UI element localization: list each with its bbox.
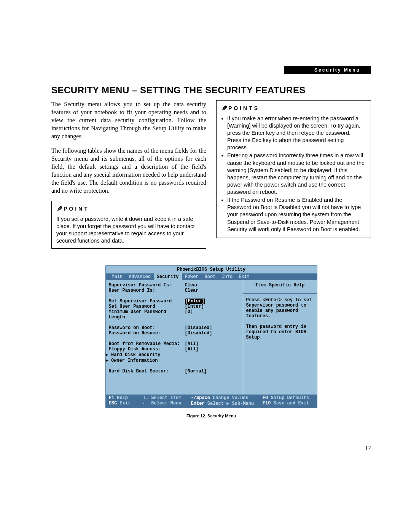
page-number: 17 <box>51 445 371 452</box>
bios-field-value: [All] <box>185 341 240 347</box>
point-label: POINT <box>64 205 89 212</box>
point-box-multi: ✎ POINTS If you make an error when re-en… <box>216 100 371 238</box>
bios-footer: F1 Help↑↓ Select Item-/Space Change Valu… <box>106 395 317 408</box>
bios-footer-item: F10 Save and Exit <box>263 401 310 406</box>
page-title: SECURITY MENU – SETTING THE SECURITY FEA… <box>51 85 371 96</box>
bios-field-label: Hard Disk Boot Sector: <box>109 369 185 374</box>
bios-row: User Password Is:Clear <box>109 288 240 293</box>
bios-row: Password on Resume:[Disabled] <box>109 331 240 336</box>
bios-field-label: ▶ Hard Disk Security <box>106 352 182 358</box>
bios-help-panel: Item Specific Help Press <Enter> key to … <box>243 280 317 395</box>
bios-row: Password on Boot:[Disabled] <box>109 325 240 331</box>
bios-field-value: [Enter] <box>185 299 205 304</box>
bios-tab-advanced: Advanced <box>126 273 154 280</box>
bios-field-label: Set Supervisor Password <box>109 299 185 304</box>
bios-field-label: Minimum User Password Length <box>109 309 185 320</box>
bios-tab-power: Power <box>182 273 202 280</box>
bios-row: Floppy Disk Access:[All] <box>109 347 240 352</box>
bios-row: Supervisor Password Is:Clear <box>109 283 240 288</box>
bios-help-text-2: Then password entry is required to enter… <box>246 324 314 340</box>
bios-tab-exit: Exit <box>236 273 253 280</box>
bios-help-text-1: Press <Enter> key to set Supervisor pass… <box>246 297 314 319</box>
bios-field-value: [All] <box>185 347 240 352</box>
bios-field-value: Clear <box>185 288 240 293</box>
intro-paragraph-1: The Security menu allows you to set up t… <box>51 100 206 141</box>
bios-row: Set Supervisor Password[Enter] <box>109 299 240 304</box>
figure-caption: Figure 12. Security Menu <box>51 414 371 418</box>
intro-paragraph-2: The following tables show the names of t… <box>51 147 206 195</box>
bios-field-label: User Password Is: <box>109 288 185 293</box>
bios-field-value: [Normal] <box>185 369 240 374</box>
bios-field-value: [0] <box>185 309 240 320</box>
bios-field-label: Floppy Disk Access: <box>109 347 185 352</box>
horizontal-rule <box>51 65 371 65</box>
bios-tab-main: Main <box>109 273 126 280</box>
bios-tab-boot: Boot <box>202 273 219 280</box>
bios-tab-row: MainAdvancedSecurityPowerBootInfoExit <box>106 273 317 280</box>
bios-footer-item: ←→ Select Menu <box>143 401 187 406</box>
bios-footer-item: F1 Help <box>109 395 139 401</box>
point-box-single: ✎ POINT If you set a password, write it … <box>51 201 206 249</box>
bios-row: Minimum User Password Length[0] <box>109 309 240 320</box>
bios-field-value: Clear <box>185 283 240 288</box>
bios-tab-security: Security <box>154 273 182 280</box>
pencil-icon: ✎ <box>220 105 229 111</box>
bios-help-title: Item Specific Help <box>246 283 314 288</box>
bios-screenshot: PhoenixBIOS Setup Utility MainAdvancedSe… <box>105 265 317 408</box>
bios-field-label: Password on Resume: <box>109 331 185 336</box>
bios-field-label: Boot from Removable Media: <box>109 341 185 347</box>
point-text: If you set a password, write it down and… <box>56 216 201 245</box>
bios-field-label: ▶ Owner Information <box>106 358 182 363</box>
bios-fields: Supervisor Password Is:ClearUser Passwor… <box>106 280 243 395</box>
bios-row: Hard Disk Boot Sector:[Normal] <box>109 369 240 374</box>
bios-field-value: [Disabled] <box>185 331 240 336</box>
bios-field-value: [Enter] <box>185 304 240 309</box>
bios-footer-item: ↑↓ Select Item <box>143 395 187 401</box>
point-item: If you make an error when re-entering th… <box>227 115 366 152</box>
bios-field-label: Supervisor Password Is: <box>109 283 185 288</box>
bios-row: ▶ Owner Information <box>109 358 240 363</box>
bios-footer-item: F9 Setup Defaults <box>263 395 310 401</box>
bios-footer-item: -/Space Change Values <box>191 395 259 401</box>
bios-row: ▶ Hard Disk Security <box>109 352 240 358</box>
bios-field-label: Password on Boot: <box>109 325 185 331</box>
point-item: Entering a password incorrectly three ti… <box>227 152 366 196</box>
bios-field-label: Set User Password <box>109 304 185 309</box>
bios-footer-item: Enter Select ▶ Sub-Menu <box>191 401 259 406</box>
bios-title: PhoenixBIOS Setup Utility <box>106 266 317 273</box>
bios-row: Set User Password[Enter] <box>109 304 240 309</box>
header-chip: Security Menu <box>284 66 371 74</box>
point-item: If the Password on Resume is Enabled and… <box>227 197 366 233</box>
bios-tab-info: Info <box>218 273 236 280</box>
points-label: POINTS <box>228 105 260 112</box>
pencil-icon: ✎ <box>55 206 64 212</box>
bios-field-value: [Disabled] <box>185 325 240 331</box>
bios-footer-item: ESC Exit <box>109 401 139 406</box>
bios-row: Boot from Removable Media:[All] <box>109 341 240 347</box>
